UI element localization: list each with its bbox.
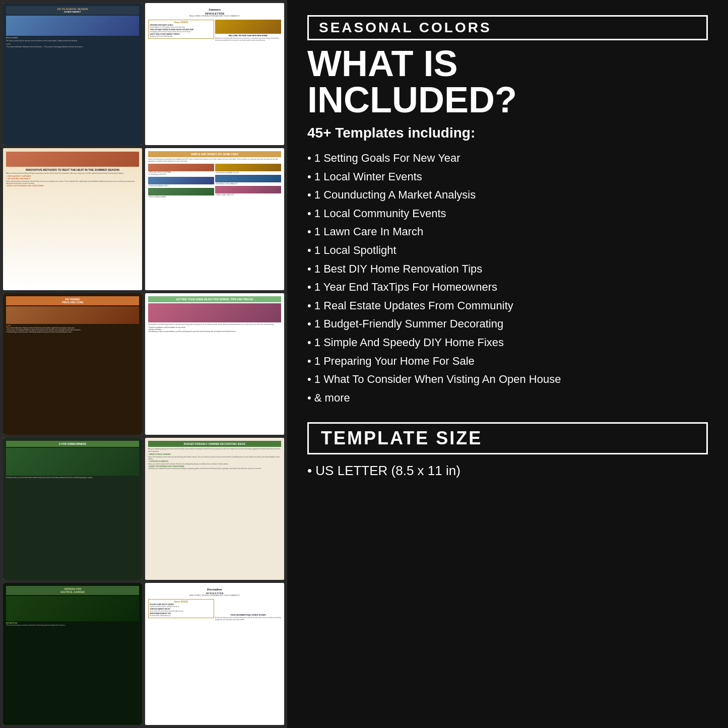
list-item: 1 Counducting A Market Analysis [307,186,708,205]
template-card-5[interactable]: EN-THEMED 'PROS AND CONS CONS: • Tax cer… [3,293,142,435]
template-card-3[interactable]: INNOVATIVE METHODS TO BEAT THE HEAT IN T… [3,148,142,290]
template-items-list: 1 Setting Goals For New Year 1 Local Win… [307,149,708,407]
list-item: 1 Local Spotlight [307,241,708,260]
template-card-2[interactable]: January NEWSLETTER REAL ESTATE UPDATES F… [145,3,284,145]
template-card-8[interactable]: BUDGET-FRIENDLY SUMMER DECORATING IDEAS … [145,438,284,580]
right-info-panel: SEASONAL COLORS WHAT IS INCLUDED? 45+ Te… [287,0,728,728]
list-item: 1 What To Consider When Visting An Open … [307,370,708,389]
list-item: 1 Real Estate Updates From Community [307,297,708,315]
subheading: 45+ Templates including: [307,125,708,141]
template-card-4[interactable]: SIMPLE AND SPEEDY DIY HOME FIXES Explore… [145,148,284,290]
list-item: & more [307,389,708,408]
list-item: 1 Budget-Friendly Summer Decorating [307,315,708,334]
list-item: 1 Lawn Care In March [307,223,708,241]
size-items-list: US LETTER (8.5 x 11 in) [307,461,708,480]
template-card-1[interactable]: CK-TO-SCHOOL SEASON ESTATE MARKET Rental… [3,3,142,145]
left-template-panel: CK-TO-SCHOOL SEASON ESTATE MARKET Rental… [0,0,287,728]
template-card-6[interactable]: GETTING YOUR HOME READY FOR SPRING: TIPS… [145,293,284,435]
list-item: 1 Preparing Your Home For Sale [307,352,708,371]
list-item: 1 Local Community Events [307,205,708,223]
template-card-9[interactable]: OINTERS FOR EAUTIFUL GARDEN MOTHER'S DAY… [3,583,142,725]
template-size-badge: TEMPLATE SIZE [307,422,708,454]
template-card-10[interactable]: December NEWSLETTER REAL ESTATE UPDATES … [145,583,284,725]
seasonal-badge: SEASONAL COLORS [307,15,708,40]
list-item: 1 Simple And Speedy DIY Home Fixes [307,334,708,352]
list-item: 1 Setting Goals For New Year [307,149,708,168]
main-heading: WHAT IS INCLUDED? [307,45,708,118]
list-item: 1 Local Winter Events [307,168,708,186]
list-item: 1 Best DIY Home Renovation Tips [307,260,708,279]
list-item: 1 Year End TaxTips For Homeowners [307,278,708,297]
template-card-7[interactable]: S FOR HOMEOWNERS Carefully monitor your … [3,438,142,580]
size-item: US LETTER (8.5 x 11 in) [307,461,708,480]
